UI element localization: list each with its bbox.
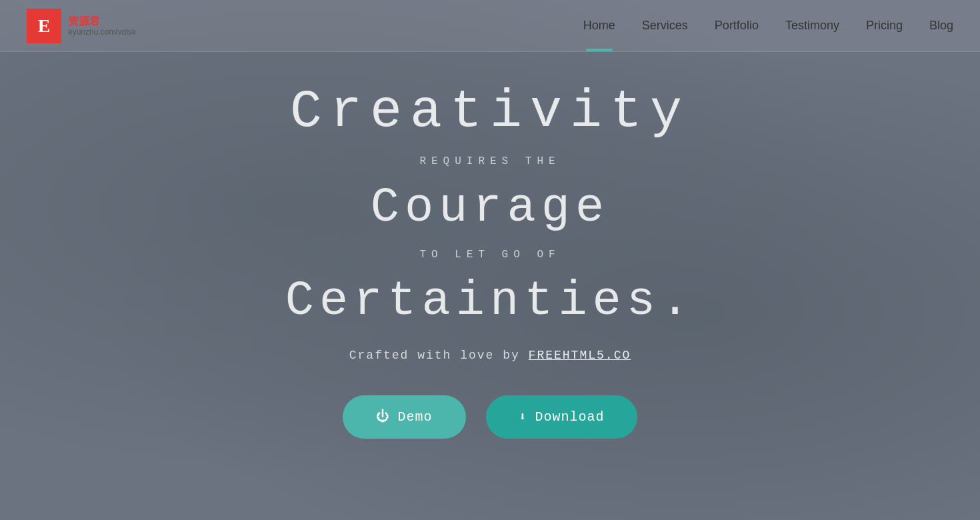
logo-text: 资源君 eyunzhu.com/vdisk bbox=[68, 15, 136, 37]
nav-link-pricing[interactable]: Pricing bbox=[866, 19, 903, 32]
hero-buttons: Demo Download bbox=[190, 395, 790, 439]
nav-item-pricing[interactable]: Pricing bbox=[866, 19, 903, 33]
demo-button[interactable]: Demo bbox=[343, 395, 466, 439]
nav-link-blog[interactable]: Blog bbox=[929, 19, 953, 32]
download-button[interactable]: Download bbox=[486, 395, 638, 439]
nav-item-testimony[interactable]: Testimony bbox=[785, 19, 839, 33]
hero-subtitle-requires: REQUIRES THE bbox=[190, 155, 790, 167]
nav-item-services[interactable]: Services bbox=[642, 19, 688, 33]
freehtml5-link[interactable]: FREEHTML5.CO bbox=[529, 349, 631, 362]
nav-link-testimony[interactable]: Testimony bbox=[785, 19, 839, 32]
hero-title-courage: Courage bbox=[190, 181, 790, 235]
nav-link-portfolio[interactable]: Portfolio bbox=[715, 19, 759, 32]
download-icon bbox=[519, 409, 527, 425]
hero-subtitle-letgo: TO LET GO OF bbox=[190, 249, 790, 261]
navbar: E 资源君 eyunzhu.com/vdisk Home Services Po… bbox=[0, 0, 980, 52]
hero-craft-text: Crafted with love by FREEHTML5.CO bbox=[190, 349, 790, 362]
hero-background: E 资源君 eyunzhu.com/vdisk Home Services Po… bbox=[0, 0, 980, 520]
hero-title-creativity: Creativity bbox=[190, 81, 790, 142]
nav-item-portfolio[interactable]: Portfolio bbox=[715, 19, 759, 33]
logo-chinese: 资源君 bbox=[68, 15, 136, 27]
hero-content: Creativity REQUIRES THE Courage TO LET G… bbox=[190, 81, 790, 439]
logo[interactable]: E 资源君 eyunzhu.com/vdisk bbox=[27, 9, 136, 43]
nav-link-services[interactable]: Services bbox=[642, 19, 688, 32]
logo-url: eyunzhu.com/vdisk bbox=[68, 27, 136, 37]
power-icon bbox=[376, 409, 390, 425]
nav-item-blog[interactable]: Blog bbox=[929, 19, 953, 33]
nav-links: Home Services Portfolio Testimony Pricin… bbox=[583, 19, 953, 33]
logo-icon: E bbox=[27, 9, 61, 43]
nav-item-home[interactable]: Home bbox=[583, 19, 615, 33]
hero-title-certainties: Certainties. bbox=[190, 274, 790, 329]
nav-link-home[interactable]: Home bbox=[583, 19, 615, 32]
